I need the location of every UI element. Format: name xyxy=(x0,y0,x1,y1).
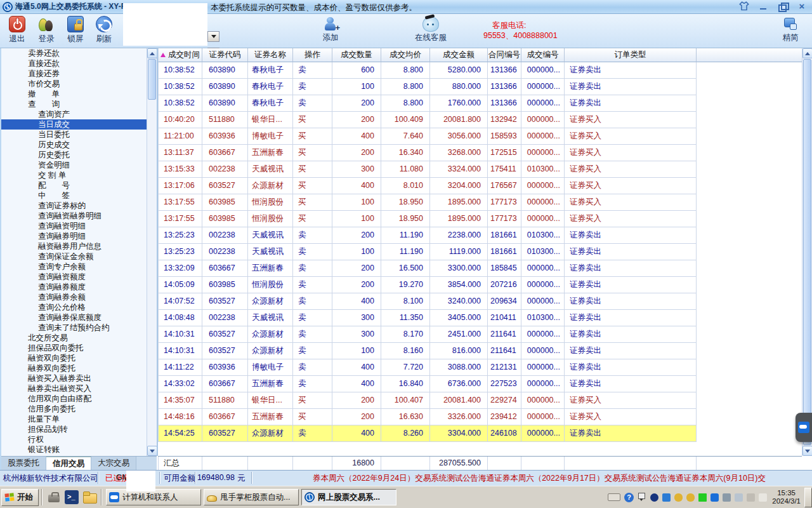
sidebar-item[interactable]: 撤 单 xyxy=(1,89,157,99)
column-header[interactable]: 订单类型 xyxy=(565,48,697,62)
sidebar-item[interactable]: 当日委托 xyxy=(1,130,157,140)
table-row[interactable]: 13:25:23002238天威视讯卖10011.1901119.0001816… xyxy=(158,244,802,260)
table-row[interactable]: 10:38:52603890春秋电子卖1008.800880.000131366… xyxy=(158,79,802,95)
simplify-button[interactable]: 精简 xyxy=(776,17,804,46)
sidebar-item[interactable]: 历史成交 xyxy=(1,140,157,150)
table-row[interactable]: 14:07:52603527众源新材卖4008.1003240.00020963… xyxy=(158,293,802,310)
table-row[interactable]: 14:08:48002238天威视讯卖30011.3503405.0002104… xyxy=(158,310,802,326)
sidebar-item[interactable]: 资金明细 xyxy=(1,160,157,170)
column-header[interactable]: 成交金额 xyxy=(430,48,488,62)
folder-quicklaunch-icon[interactable] xyxy=(82,490,96,504)
sidebar-item[interactable]: 信用双向自由搭配 xyxy=(1,394,157,404)
online-service-button[interactable]: 在线客服 xyxy=(411,17,450,46)
haitong-tray-icon[interactable] xyxy=(650,493,658,502)
teamviewer-dock-tab[interactable] xyxy=(796,413,812,442)
sidebar-item[interactable]: 查询公允价格 xyxy=(1,302,157,312)
sidebar-scroll-thumb[interactable] xyxy=(148,59,156,100)
table-row[interactable]: 13:17:06603527众源新材买4008.0103204.00017656… xyxy=(158,178,802,194)
table-scroll-thumb[interactable] xyxy=(803,59,811,445)
sidebar-item[interactable]: 市价交易 xyxy=(1,79,157,89)
sidebar-item[interactable]: 查询保证金余额 xyxy=(1,251,157,262)
table-row[interactable]: 13:11:37603667五洲新春买20016.3403268.0001725… xyxy=(158,145,802,161)
minimize-button[interactable] xyxy=(757,1,770,11)
sidebar-item[interactable]: 历史委托 xyxy=(1,150,157,160)
sidebar-item[interactable]: 查询融券余额 xyxy=(1,292,157,302)
table-scroll-up-icon[interactable] xyxy=(802,48,812,58)
powershell-quicklaunch-icon[interactable]: >_ xyxy=(65,490,79,504)
table-scroll-down-icon[interactable] xyxy=(802,446,812,456)
column-header[interactable]: 成交时间 xyxy=(158,48,202,62)
bottom-tab[interactable]: 股票委托 xyxy=(1,457,46,470)
refresh-button[interactable]: 刷新 xyxy=(89,16,119,46)
table-row[interactable]: 14:35:07511880银华日...买200100.40720081.400… xyxy=(158,392,802,409)
sidebar-item[interactable]: 融资买入融券卖出 xyxy=(1,373,157,384)
table-row[interactable]: 13:17:55603985恒润股份买10018.9501895.0001771… xyxy=(158,194,802,211)
sidebar-item[interactable]: 信用多向委托 xyxy=(1,404,157,414)
taskbar-window-button[interactable]: 甩手掌柜股票自动... xyxy=(204,489,299,505)
table-row[interactable]: 11:21:00603936博敏电子买4007.6403056.00015859… xyxy=(158,128,802,145)
close-button[interactable]: × xyxy=(796,1,808,11)
sidebar-scrollbar[interactable] xyxy=(147,48,157,456)
sidebar-item[interactable]: 中 签 xyxy=(1,190,157,201)
column-header[interactable]: 合同编号 xyxy=(488,48,521,62)
account-combo-arrow[interactable] xyxy=(207,31,219,42)
sidebar-item[interactable]: 查询资产 xyxy=(1,109,157,119)
table-row[interactable]: 14:48:16603667五洲新春买20016.6303326.0002394… xyxy=(158,409,802,425)
table-row[interactable]: 13:25:23002238天威视讯卖20011.1902238.0001816… xyxy=(158,227,802,244)
sidebar-item[interactable]: 融资融券用户信息 xyxy=(1,241,157,251)
sidebar-item[interactable]: 北交所交易 xyxy=(1,333,157,343)
bottom-tab[interactable]: 大宗交易 xyxy=(91,457,136,470)
sidebar-item[interactable]: 直接还款 xyxy=(1,58,157,69)
volume-muted-icon[interactable] xyxy=(747,493,755,502)
scroll-up-icon[interactable] xyxy=(147,48,157,58)
sidebar-item[interactable]: 查询融资额度 xyxy=(1,272,157,282)
taskbar-window-button[interactable]: 网上股票交易系... xyxy=(301,489,396,505)
sidebar-item[interactable]: 担保品双向委托 xyxy=(1,343,157,353)
sidebar-item[interactable]: 融资双向委托 xyxy=(1,353,157,363)
table-row[interactable]: 14:10:31603527众源新材卖1008.160816.000211641… xyxy=(158,343,802,359)
column-header[interactable]: 成交均价 xyxy=(381,48,430,62)
window-chevron-icon[interactable] xyxy=(638,493,646,502)
show-desktop-button[interactable] xyxy=(804,488,812,507)
sidebar-item[interactable]: 查询专户余额 xyxy=(1,262,157,272)
column-header[interactable]: 成交编号 xyxy=(521,48,565,62)
sidebar-item[interactable]: 直接还券 xyxy=(1,69,157,79)
network-status-icon[interactable] xyxy=(735,493,743,502)
taskbar-clock[interactable]: 15:35 2024/3/1 xyxy=(772,489,801,505)
table-row[interactable]: 13:17:55603985恒润股份买10018.9501895.0001771… xyxy=(158,211,802,227)
add-account-button[interactable]: + 添加 xyxy=(315,17,346,46)
table-row[interactable]: 10:40:20511880银华日...买200100.40920081.800… xyxy=(158,112,802,128)
table-row[interactable]: 14:11:22603936博敏电子卖4007.7203088.00021213… xyxy=(158,359,802,376)
sidebar-item[interactable]: 查询融券额度 xyxy=(1,282,157,292)
gold-ingot-tray-icon-1[interactable] xyxy=(674,493,683,502)
table-row[interactable]: 13:15:33002238天威视讯买30011.0803324.0001754… xyxy=(158,161,802,178)
scroll-down-icon[interactable] xyxy=(147,446,157,456)
toolbox-quicklaunch-icon[interactable] xyxy=(47,490,61,504)
sidebar-item[interactable]: 查询未了结预约合约 xyxy=(1,323,157,333)
sidebar-item[interactable]: 查询融资融券明细 xyxy=(1,211,157,221)
table-scrollbar[interactable] xyxy=(802,48,812,456)
restore-button[interactable] xyxy=(776,1,789,11)
messenger-t-icon[interactable] xyxy=(662,493,671,502)
sidebar-item[interactable]: 查 询 xyxy=(1,99,157,109)
table-row[interactable]: 14:33:02603667五洲新春卖40016.8406736.0002275… xyxy=(158,376,802,392)
teamviewer-tray-icon[interactable] xyxy=(710,493,719,502)
exit-button[interactable]: 退出 xyxy=(3,16,32,46)
lock-screen-button[interactable]: 锁屏 xyxy=(61,16,90,46)
sidebar-item[interactable]: 行权 xyxy=(1,434,157,444)
sidebar-item-selected[interactable]: 当日成交 xyxy=(1,119,148,130)
sidebar-item[interactable]: 查询融资明细 xyxy=(1,221,157,231)
sidebar-item[interactable]: 银证转账 xyxy=(1,444,157,455)
sidebar-item[interactable]: 查询融券明细 xyxy=(1,231,157,241)
sidebar-item[interactable]: 批量下单 xyxy=(1,414,157,424)
skin-icon[interactable] xyxy=(738,1,751,11)
table-row[interactable]: 10:38:52603890春秋电子卖2008.8001760.00013136… xyxy=(158,95,802,112)
start-button[interactable]: 开始 xyxy=(1,489,39,506)
login-button[interactable]: 登录 xyxy=(32,16,61,46)
sidebar-item[interactable]: 查询证券标的 xyxy=(1,201,157,211)
table-row[interactable]: 10:38:52603890春秋电子卖6008.8005280.00013136… xyxy=(158,62,802,79)
column-header[interactable]: 操作 xyxy=(293,48,332,62)
sidebar-item[interactable]: 卖券还款 xyxy=(1,48,157,58)
sidebar-item[interactable]: 融券双向委托 xyxy=(1,363,157,373)
sidebar-item[interactable]: 担保品划转 xyxy=(1,424,157,434)
